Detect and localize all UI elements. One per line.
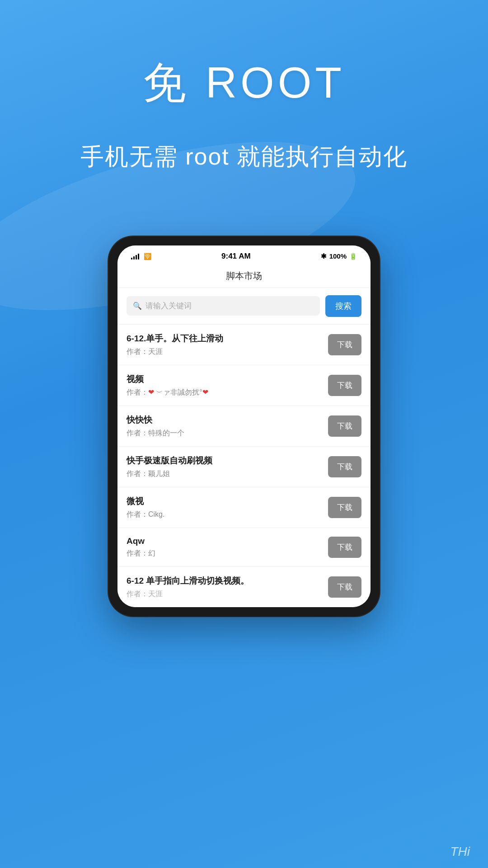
search-button[interactable]: 搜索 — [325, 295, 361, 317]
script-info: 6-12.单手。从下往上滑动 作者：天涯 — [127, 333, 321, 357]
download-button[interactable]: 下载 — [328, 415, 361, 437]
nav-title: 脚本市场 — [226, 271, 262, 281]
phone-screen: 🛜 9:41 AM ✱ 100% 🔋 脚本市场 🔍 — [117, 245, 371, 607]
script-title: Aqw — [127, 536, 321, 546]
script-title: 快快快 — [127, 414, 321, 426]
script-author: 作者：特殊的一个 — [127, 429, 321, 438]
script-author: 作者：天涯 — [127, 347, 321, 357]
download-button[interactable]: 下载 — [328, 456, 361, 477]
script-list: 6-12.单手。从下往上滑动 作者：天涯 下载 视频 作者：❤ ︶ァ非誠勿扰°❤ — [117, 325, 371, 607]
list-item: 微视 作者：Cikg. 下载 — [117, 487, 371, 528]
script-title: 6-12.单手。从下往上滑动 — [127, 333, 321, 344]
search-bar[interactable]: 🔍 请输入关键词 搜索 — [117, 288, 371, 325]
search-input-wrap[interactable]: 🔍 请输入关键词 — [127, 296, 320, 316]
script-title: 6-12 单手指向上滑动切换视频。 — [127, 575, 321, 587]
download-button[interactable]: 下载 — [328, 537, 361, 558]
signal-bar-1 — [131, 258, 132, 259]
signal-bars — [131, 253, 139, 259]
download-button[interactable]: 下载 — [328, 334, 361, 355]
signal-bar-3 — [136, 255, 137, 259]
list-item: 6-12 单手指向上滑动切换视频。 作者：天涯 下载 — [117, 567, 371, 607]
list-item: 快快快 作者：特殊的一个 下载 — [117, 406, 371, 447]
script-info: 快手极速版自动刷视频 作者：颖儿姐 — [127, 455, 321, 479]
status-bar: 🛜 9:41 AM ✱ 100% 🔋 — [117, 245, 371, 264]
phone-frame: 🛜 9:41 AM ✱ 100% 🔋 脚本市场 🔍 — [108, 236, 380, 616]
wifi-icon: 🛜 — [144, 253, 151, 260]
author-prefix: 作者： — [127, 388, 148, 396]
script-info: 快快快 作者：特殊的一个 — [127, 414, 321, 438]
battery-icon: 🔋 — [349, 253, 357, 260]
script-author: 作者：颖儿姐 — [127, 469, 321, 479]
search-icon: 🔍 — [133, 302, 142, 310]
status-time: 9:41 AM — [221, 252, 251, 261]
script-title: 快手极速版自动刷视频 — [127, 455, 321, 467]
list-item: Aqw 作者：幻 下载 — [117, 528, 371, 567]
download-button[interactable]: 下载 — [328, 576, 361, 598]
script-info: 微视 作者：Cikg. — [127, 495, 321, 519]
script-title: 视频 — [127, 373, 321, 385]
main-title: 免 ROOT — [27, 54, 461, 113]
status-left: 🛜 — [131, 253, 151, 260]
battery-percent: 100% — [329, 252, 347, 260]
script-info: Aqw 作者：幻 — [127, 536, 321, 558]
nav-bar: 脚本市场 — [117, 264, 371, 288]
search-input[interactable]: 请输入关键词 — [145, 301, 192, 311]
heart-icon-right: ❤ — [202, 388, 208, 396]
list-item: 视频 作者：❤ ︶ァ非誠勿扰°❤ 下载 — [117, 365, 371, 406]
list-item: 6-12.单手。从下往上滑动 作者：天涯 下载 — [117, 325, 371, 365]
script-author: 作者：天涯 — [127, 590, 321, 599]
status-right: ✱ 100% 🔋 — [321, 252, 357, 260]
script-author: 作者：❤ ︶ァ非誠勿扰°❤ — [127, 388, 321, 397]
author-name: ︶ァ非誠勿扰° — [154, 388, 202, 396]
script-title: 微视 — [127, 495, 321, 507]
signal-bar-2 — [133, 256, 135, 259]
script-info: 视频 作者：❤ ︶ァ非誠勿扰°❤ — [127, 373, 321, 397]
download-button[interactable]: 下载 — [328, 375, 361, 396]
bluetooth-icon: ✱ — [321, 252, 327, 260]
script-author: 作者：Cikg. — [127, 510, 321, 519]
signal-bar-4 — [138, 254, 139, 259]
page-background: 免 ROOT 手机无需 root 就能执行自动化 🛜 — [0, 0, 488, 868]
list-item: 快手极速版自动刷视频 作者：颖儿姐 下载 — [117, 447, 371, 487]
script-author: 作者：幻 — [127, 549, 321, 558]
download-button[interactable]: 下载 — [328, 497, 361, 518]
watermark: THi — [450, 844, 470, 859]
heart-icon-left: ❤ — [148, 388, 154, 396]
script-info: 6-12 单手指向上滑动切换视频。 作者：天涯 — [127, 575, 321, 599]
